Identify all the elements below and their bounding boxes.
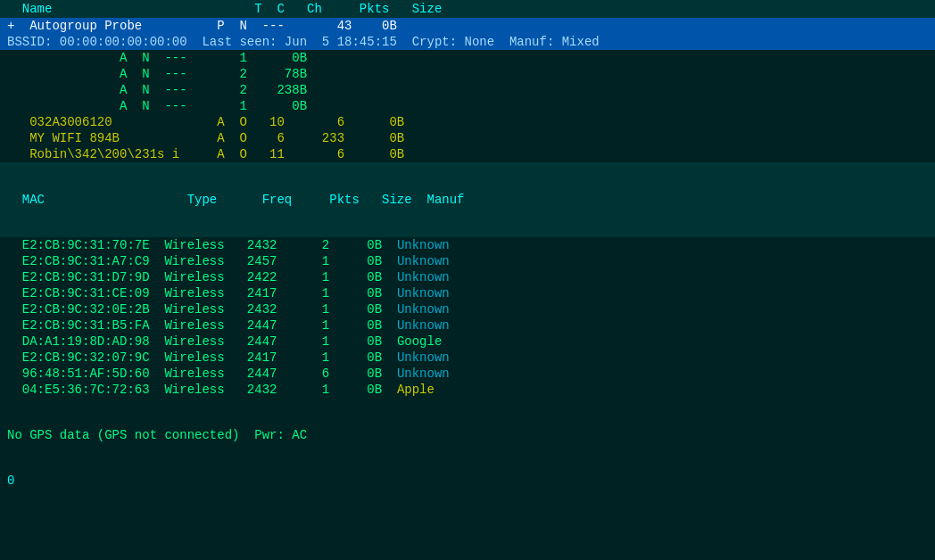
selected-network-text: + Autogroup Probe P N --- 43 0B: [7, 19, 928, 33]
network-row[interactable]: A N --- 1 0B: [0, 98, 935, 114]
network-row[interactable]: 032A3006120 A O 10 6 0B: [0, 114, 935, 130]
network-row[interactable]: A N --- 2 238B: [0, 82, 935, 98]
status-row: No GPS data (GPS not connected) Pwr: AC: [0, 398, 935, 473]
client-row[interactable]: E2:CB:9C:31:A7:C9 Wireless 2457 1 0B Unk…: [0, 253, 935, 269]
network-row[interactable]: A N --- 1 0B: [0, 50, 935, 66]
client-row[interactable]: E2:CB:9C:32:07:9C Wireless 2417 1 0B Unk…: [0, 350, 935, 366]
network-list: A N --- 1 0B A N --- 2 78B A N --- 2 238…: [0, 50, 935, 162]
client-header-text: MAC Type Freq Pkts Size Manuf: [7, 193, 928, 207]
network-row[interactable]: Robin\342\200\231s i A O 11 6 0B: [0, 146, 935, 162]
client-header-row: MAC Type Freq Pkts Size Manuf: [0, 162, 935, 237]
client-row[interactable]: E2:CB:9C:31:B5:FA Wireless 2447 1 0B Unk…: [0, 317, 935, 334]
bssid-info-row: BSSID: 00:00:00:00:00:00 Last seen: Jun …: [0, 34, 935, 50]
client-row[interactable]: E2:CB:9C:32:0E:2B Wireless 2432 1 0B Unk…: [0, 301, 935, 317]
selected-network-row[interactable]: + Autogroup Probe P N --- 43 0B: [0, 18, 935, 34]
status-text: No GPS data (GPS not connected) Pwr: AC: [7, 428, 928, 442]
client-row[interactable]: DA:A1:19:8D:AD:98 Wireless 2447 1 0B Goo…: [0, 334, 935, 350]
client-row[interactable]: 04:E5:36:7C:72:63 Wireless 2432 1 0B App…: [0, 382, 935, 398]
client-row[interactable]: E2:CB:9C:31:D7:9D Wireless 2422 1 0B Unk…: [0, 269, 935, 285]
client-row[interactable]: 96:48:51:AF:5D:60 Wireless 2447 6 0B Unk…: [0, 366, 935, 382]
main-screen: Name T C Ch Pkts Size + Autogroup Probe …: [0, 0, 935, 560]
counter-text: 0: [7, 474, 14, 488]
counter-row: 0: [0, 473, 935, 489]
client-list: E2:CB:9C:31:70:7E Wireless 2432 2 0B Unk…: [0, 237, 935, 398]
client-row[interactable]: E2:CB:9C:31:70:7E Wireless 2432 2 0B Unk…: [0, 237, 935, 253]
header-text: Name T C Ch Pkts Size: [7, 2, 442, 16]
network-row[interactable]: MY WIFI 894B A O 6 233 0B: [0, 130, 935, 146]
column-header: Name T C Ch Pkts Size: [0, 0, 935, 18]
client-row[interactable]: E2:CB:9C:31:CE:09 Wireless 2417 1 0B Unk…: [0, 285, 935, 301]
network-row[interactable]: A N --- 2 78B: [0, 66, 935, 82]
bssid-text: BSSID: 00:00:00:00:00:00 Last seen: Jun …: [7, 35, 928, 49]
